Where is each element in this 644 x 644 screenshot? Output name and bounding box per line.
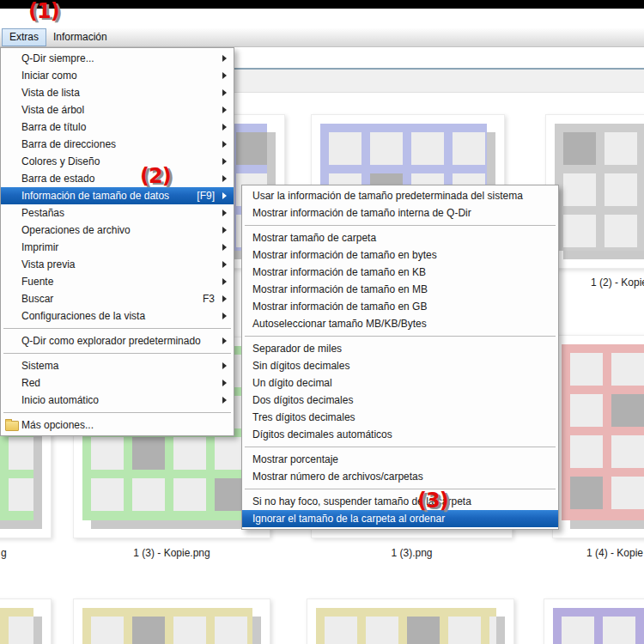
menu-item-separador-de-miles[interactable]: Separador de miles — [242, 340, 558, 357]
file-thumbnail-card[interactable] — [552, 335, 644, 538]
menu-item-label: Pestañas — [21, 207, 64, 219]
grid-cell — [236, 132, 267, 165]
menu-item-operaciones-de-archivo[interactable]: Operaciones de archivo — [1, 222, 234, 239]
menu-item-inicio-automatico[interactable]: Inicio automático — [1, 392, 234, 409]
grid-cell — [562, 617, 594, 644]
menu-item-mostrar-tamano-de-carpeta[interactable]: Mostrar tamaño de carpeta — [242, 229, 558, 246]
submenu-arrow-icon — [222, 55, 227, 62]
grid-cell — [611, 353, 644, 386]
menu-item-tres-digitos-decimales[interactable]: Tres dígitos decimales — [242, 409, 558, 426]
menu-item-ignorar-el-tamano-de-la-carpeta-al-ordenar[interactable]: Ignorar el tamaño de la carpeta al orden… — [242, 510, 558, 527]
menu-item-q-dir-siempre[interactable]: Q-Dir siempre... — [1, 50, 234, 67]
menu-item-barra-de-titulo[interactable]: Barra de título — [1, 118, 234, 136]
menu-item-label: Q-Dir como explorador predeterminado — [21, 335, 201, 347]
file-name[interactable]: 1 (2) - Kopie — [591, 276, 644, 289]
menu-item-barra-de-estado[interactable]: Barra de estado — [1, 170, 234, 187]
grid-cell — [132, 437, 165, 470]
grid-cell — [605, 173, 637, 206]
menu-item-vista-de-arbol[interactable]: Vista de árbol — [1, 101, 234, 118]
menu-item-sin-digitos-decimales[interactable]: Sin dígitos decimales — [242, 357, 558, 374]
menu-item-label: Barra de título — [21, 121, 86, 133]
submenu-arrow-icon — [222, 244, 227, 251]
file-name[interactable]: 1 (4) - Kopie — [586, 547, 643, 559]
submenu-arrow-icon — [222, 72, 227, 79]
menu-item-q-dir-como-explorador-predeterminado[interactable]: Q-Dir como explorador predeterminado — [1, 332, 234, 349]
menu-item-label: Configuraciones de la vista — [21, 310, 145, 322]
grid-cell — [603, 617, 635, 644]
menu-item-label: Mostrar número de archivos/carpetas — [252, 471, 423, 483]
menu-item-imprimir[interactable]: Imprimir — [1, 239, 234, 256]
submenu-arrow-icon — [222, 380, 227, 386]
menu-item-label: Inicio automático — [21, 394, 99, 406]
menu-item-label: Mostrar tamaño de carpeta — [252, 232, 376, 244]
menu-item-label: Separador de miles — [252, 343, 342, 355]
menu-separator — [245, 336, 556, 337]
grid-cell — [407, 617, 440, 644]
menu-item-label: Ignorar el tamaño de la carpeta al orden… — [252, 513, 445, 525]
menu-item-un-digito-decimal[interactable]: Un dígito decimal — [242, 374, 558, 392]
menu-item-mostrar-informacion-de-tamano-en-bytes[interactable]: Mostrar información de tamaño en bytes — [242, 246, 558, 264]
menu-item-informacion-de-tamano-de-datos[interactable]: Información de tamaño de datos[F9] — [1, 187, 234, 204]
menu-item-dos-digitos-decimales[interactable]: Dos dígitos decimales — [242, 392, 558, 409]
menu-item-mostrar-numero-de-archivos-carpetas[interactable]: Mostrar número de archivos/carpetas — [242, 468, 558, 485]
menu-item-label: Un dígito decimal — [252, 377, 332, 389]
file-thumbnail-card[interactable] — [73, 598, 270, 644]
submenu-arrow-icon — [222, 175, 227, 182]
thumbnail-image — [316, 608, 496, 644]
menu-item-vista-previa[interactable]: Vista previa — [1, 256, 234, 273]
menu-item-buscar[interactable]: BuscarF3 — [1, 290, 234, 307]
submenu-arrow-icon — [222, 313, 227, 319]
file-thumbnail-card[interactable] — [544, 598, 644, 644]
grid-cell — [215, 617, 247, 644]
menu-item-mostrar-informacion-de-tamano-en-kb[interactable]: Mostrar información de tamaño en KB — [242, 264, 558, 281]
grid-cell — [605, 132, 637, 165]
menu-item-colores-y-diseno[interactable]: Colores y Diseño — [1, 153, 234, 170]
menu-separator — [245, 447, 556, 447]
menu-item-label: Usar la información de tamaño predetermi… — [252, 190, 523, 202]
menu-item-mostrar-informacion-de-tamano-interna-de-q-dir[interactable]: Mostrar información de tamaño interna de… — [242, 204, 558, 222]
file-name[interactable]: 1 (3).png — [311, 547, 513, 559]
file-thumbnail-card[interactable] — [0, 598, 52, 644]
menu-item-mostrar-informacion-de-tamano-en-gb[interactable]: Mostrar información de tamaño en GB — [242, 298, 558, 315]
menu-item-si-no-hay-foco-suspender-tamano-de-la-carpeta[interactable]: Si no hay foco, suspender tamaño de la c… — [242, 493, 558, 510]
grid-cell — [366, 617, 398, 644]
grid-cell — [570, 353, 603, 386]
menu-item-digitos-decimales-automaticos[interactable]: Dígitos decimales automáticos — [242, 426, 558, 443]
grid-cell — [563, 215, 596, 247]
menubar-item-informacion[interactable]: Información — [46, 28, 114, 46]
grid-cell — [91, 437, 124, 470]
thumbnail-image — [562, 344, 644, 520]
menu-item-barra-de-direcciones[interactable]: Barra de direcciones — [1, 136, 234, 153]
menu-item-label: Operaciones de archivo — [21, 224, 131, 236]
menubar-item-extras[interactable]: Extras — [2, 28, 46, 46]
grid-cell — [570, 477, 603, 509]
menu-item-label: Mostrar información de tamaño en KB — [252, 266, 426, 278]
grid-cell — [132, 617, 165, 644]
menu-separator — [245, 225, 556, 226]
file-thumbnail-card[interactable] — [307, 598, 514, 644]
menu-item-label: Vista de lista — [21, 87, 80, 99]
menu-item-label: Imprimir — [21, 241, 58, 253]
menu-item-autoseleccionar-tamano-mb-kb-bytes[interactable]: Autoseleccionar tamaño MB/KB/Bytes — [242, 315, 558, 332]
menu-item-mostrar-informacion-de-tamano-en-mb[interactable]: Mostrar información de tamaño en MB — [242, 281, 558, 298]
menu-item-red[interactable]: Red — [1, 374, 234, 392]
file-name[interactable]: g — [1, 547, 7, 559]
file-name[interactable]: 1 (3) - Kopie.png — [73, 547, 270, 559]
menu-item-mostrar-porcentaje[interactable]: Mostrar porcentaje — [242, 451, 558, 468]
menu-item-label: Más opciones... — [21, 419, 94, 431]
menu-item-label: Autoseleccionar tamaño MB/KB/Bytes — [252, 318, 427, 330]
menu-item-vista-de-lista[interactable]: Vista de lista — [1, 84, 234, 101]
menu-item-pestanas[interactable]: Pestañas — [1, 204, 234, 222]
grid-cell — [370, 132, 403, 165]
submenu-arrow-icon — [222, 210, 227, 216]
folder-icon — [5, 421, 19, 431]
menu-item-sistema[interactable]: Sistema — [1, 357, 234, 374]
menu-item-fuente[interactable]: Fuente — [1, 273, 234, 290]
menu-item-usar-la-informacion-de-tamano-predeterminada-del-sistema[interactable]: Usar la información de tamaño predetermi… — [242, 187, 558, 204]
menu-item-mas-opciones[interactable]: Más opciones... — [1, 416, 234, 434]
menu-item-configuraciones-de-la-vista[interactable]: Configuraciones de la vista — [1, 307, 234, 325]
submenu-arrow-icon — [222, 227, 227, 234]
menu-item-iniciar-como[interactable]: Iniciar como — [1, 67, 234, 84]
file-thumbnail-card[interactable] — [545, 114, 644, 269]
thumbnail-image — [82, 608, 252, 644]
